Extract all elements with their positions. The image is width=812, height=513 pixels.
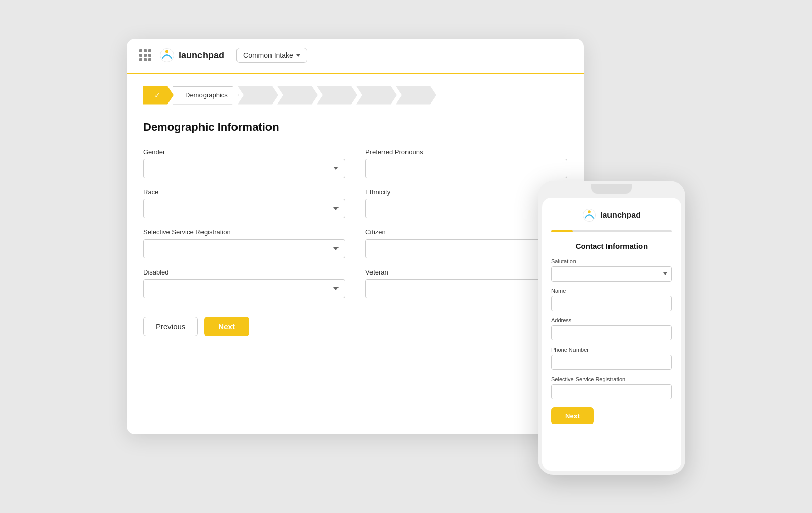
form-grid: Gender Preferred Pronouns Race Ethnicity	[143, 148, 567, 298]
citizen-input[interactable]	[365, 239, 567, 258]
mobile-form-group-name: Name	[551, 288, 672, 311]
form-group-race: Race	[143, 188, 345, 218]
form-title: Demographic Information	[143, 121, 567, 134]
scene: launchpad Common Intake ✓ Demographics	[127, 39, 685, 475]
selective-service-label: Selective Service Registration	[143, 228, 345, 236]
mobile-progress-bar	[551, 230, 672, 232]
mobile-launchpad-logo-icon	[582, 208, 596, 222]
preferred-pronouns-input[interactable]	[365, 159, 567, 178]
logo-area: launchpad	[159, 48, 224, 63]
check-icon: ✓	[154, 91, 160, 99]
step-6[interactable]	[356, 86, 397, 105]
step-4[interactable]	[277, 86, 318, 105]
mobile-form-group-salutation: Salutation	[551, 258, 672, 282]
mobile-address-input[interactable]	[551, 325, 672, 340]
ethnicity-label: Ethnicity	[365, 188, 567, 196]
form-group-citizen: Citizen	[365, 228, 567, 258]
form-group-veteran: Veteran	[365, 268, 567, 298]
race-select[interactable]	[143, 199, 345, 218]
step-7[interactable]	[396, 86, 436, 105]
next-button[interactable]: Next	[204, 317, 249, 336]
mobile-phone-input[interactable]	[551, 355, 672, 370]
mobile-logo-text: launchpad	[600, 211, 641, 220]
mobile-section-title: Contact Information	[551, 242, 672, 250]
desktop-body: ✓ Demographics Demographic Information G…	[127, 74, 584, 353]
nav-label: Common Intake	[243, 51, 293, 59]
mobile-card: launchpad Contact Information Salutation…	[538, 181, 685, 475]
step-3[interactable]	[238, 86, 278, 105]
svg-point-1	[165, 50, 168, 53]
step-completed[interactable]: ✓	[143, 86, 174, 105]
logo-text: launchpad	[179, 50, 224, 61]
disabled-label: Disabled	[143, 268, 345, 276]
buttons-row: Previous Next	[143, 317, 567, 336]
step-label: Demographics	[185, 91, 228, 99]
mobile-salutation-label: Salutation	[551, 258, 672, 264]
form-group-preferred-pronouns: Preferred Pronouns	[365, 148, 567, 178]
citizen-label: Citizen	[365, 228, 567, 236]
svg-point-3	[588, 210, 591, 213]
ethnicity-input[interactable]	[365, 199, 567, 218]
mobile-selective-service-input[interactable]	[551, 384, 672, 399]
preferred-pronouns-label: Preferred Pronouns	[365, 148, 567, 156]
form-group-disabled: Disabled	[143, 268, 345, 298]
mobile-body: launchpad Contact Information Salutation…	[542, 198, 681, 471]
gender-label: Gender	[143, 148, 345, 156]
previous-button[interactable]: Previous	[143, 317, 198, 336]
mobile-salutation-select[interactable]	[551, 266, 672, 282]
desktop-header: launchpad Common Intake	[127, 39, 584, 74]
form-group-selective-service: Selective Service Registration	[143, 228, 345, 258]
mobile-notch	[591, 184, 632, 194]
veteran-label: Veteran	[365, 268, 567, 276]
mobile-name-input[interactable]	[551, 296, 672, 311]
form-group-gender: Gender	[143, 148, 345, 178]
nav-dropdown[interactable]: Common Intake	[236, 48, 307, 63]
gender-select[interactable]	[143, 159, 345, 178]
mobile-progress-fill	[551, 230, 573, 232]
chevron-down-icon	[296, 54, 300, 57]
mobile-form-group-phone: Phone Number	[551, 347, 672, 370]
mobile-form-group-address: Address	[551, 317, 672, 340]
mobile-phone-label: Phone Number	[551, 347, 672, 353]
selective-service-select[interactable]	[143, 239, 345, 258]
step-demographics[interactable]: Demographics	[173, 86, 239, 105]
launchpad-logo-icon	[159, 48, 175, 63]
step-5[interactable]	[317, 86, 357, 105]
grid-icon[interactable]	[139, 49, 151, 61]
veteran-input[interactable]	[365, 279, 567, 298]
race-label: Race	[143, 188, 345, 196]
mobile-logo: launchpad	[551, 208, 672, 222]
desktop-card: launchpad Common Intake ✓ Demographics	[127, 39, 584, 434]
steps-row: ✓ Demographics	[143, 86, 567, 105]
mobile-selective-service-label: Selective Service Registration	[551, 376, 672, 382]
mobile-address-label: Address	[551, 317, 672, 323]
form-group-ethnicity: Ethnicity	[365, 188, 567, 218]
mobile-name-label: Name	[551, 288, 672, 294]
mobile-form-group-selective-service: Selective Service Registration	[551, 376, 672, 399]
mobile-next-button[interactable]: Next	[551, 407, 594, 424]
disabled-select[interactable]	[143, 279, 345, 298]
